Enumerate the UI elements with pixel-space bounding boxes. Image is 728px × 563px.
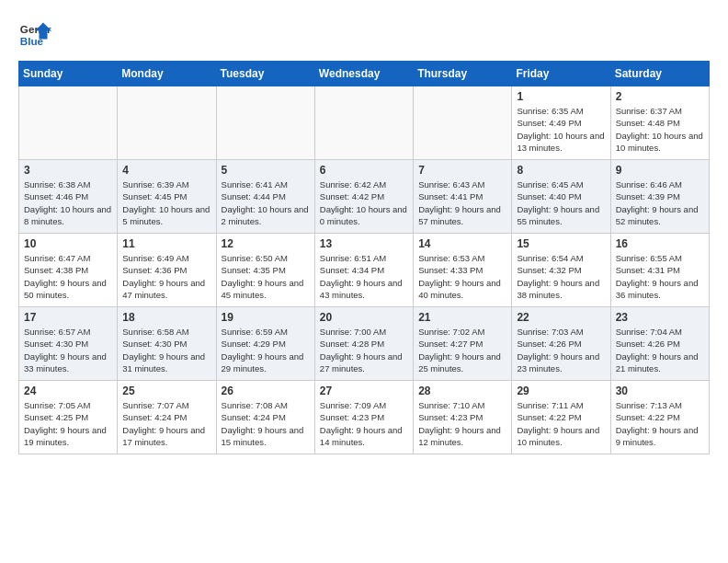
day-number: 30 (616, 385, 704, 397)
day-number: 10 (24, 237, 112, 250)
day-number: 29 (517, 385, 605, 397)
day-number: 14 (418, 237, 506, 250)
calendar-cell: 12Sunrise: 6:50 AM Sunset: 4:35 PM Dayli… (216, 234, 314, 307)
calendar-cell: 8Sunrise: 6:45 AM Sunset: 4:40 PM Daylig… (512, 160, 610, 234)
calendar-cell: 17Sunrise: 6:57 AM Sunset: 4:30 PM Dayli… (19, 307, 118, 381)
day-info: Sunrise: 6:39 AM Sunset: 4:45 PM Dayligh… (122, 178, 210, 227)
col-header-wednesday: Wednesday (314, 62, 413, 86)
day-info: Sunrise: 7:02 AM Sunset: 4:27 PM Dayligh… (418, 326, 506, 374)
day-number: 19 (222, 311, 310, 324)
calendar-cell: 19Sunrise: 6:59 AM Sunset: 4:29 PM Dayli… (216, 307, 314, 381)
col-header-thursday: Thursday (414, 62, 512, 86)
logo-icon: General Blue (18, 18, 51, 52)
day-info: Sunrise: 7:04 AM Sunset: 4:26 PM Dayligh… (616, 326, 704, 374)
day-number: 9 (616, 164, 704, 177)
calendar-cell: 3Sunrise: 6:38 AM Sunset: 4:46 PM Daylig… (19, 160, 118, 234)
calendar-cell: 21Sunrise: 7:02 AM Sunset: 4:27 PM Dayli… (414, 307, 512, 381)
week-row-3: 10Sunrise: 6:47 AM Sunset: 4:38 PM Dayli… (19, 234, 710, 307)
day-number: 3 (24, 164, 112, 177)
col-header-tuesday: Tuesday (216, 62, 314, 86)
calendar-cell: 27Sunrise: 7:09 AM Sunset: 4:23 PM Dayli… (314, 381, 413, 454)
day-info: Sunrise: 7:03 AM Sunset: 4:26 PM Dayligh… (517, 326, 605, 374)
calendar-cell: 25Sunrise: 7:07 AM Sunset: 4:24 PM Dayli… (118, 381, 216, 454)
calendar-cell: 5Sunrise: 6:41 AM Sunset: 4:44 PM Daylig… (216, 160, 314, 234)
day-number: 23 (616, 311, 704, 324)
day-info: Sunrise: 6:53 AM Sunset: 4:33 PM Dayligh… (418, 252, 506, 301)
calendar-cell: 2Sunrise: 6:37 AM Sunset: 4:48 PM Daylig… (610, 86, 709, 160)
calendar-table: SundayMondayTuesdayWednesdayThursdayFrid… (18, 61, 710, 454)
day-number: 5 (222, 164, 310, 177)
day-info: Sunrise: 6:49 AM Sunset: 4:36 PM Dayligh… (122, 252, 210, 301)
day-info: Sunrise: 6:42 AM Sunset: 4:42 PM Dayligh… (320, 178, 408, 227)
day-number: 15 (517, 237, 605, 250)
day-info: Sunrise: 6:58 AM Sunset: 4:30 PM Dayligh… (122, 326, 210, 374)
col-header-sunday: Sunday (19, 62, 118, 86)
col-header-saturday: Saturday (610, 62, 709, 86)
day-info: Sunrise: 6:51 AM Sunset: 4:34 PM Dayligh… (320, 252, 408, 301)
week-row-4: 17Sunrise: 6:57 AM Sunset: 4:30 PM Dayli… (19, 307, 710, 381)
day-info: Sunrise: 6:35 AM Sunset: 4:49 PM Dayligh… (517, 105, 605, 154)
day-info: Sunrise: 7:00 AM Sunset: 4:28 PM Dayligh… (320, 326, 408, 374)
day-number: 25 (122, 385, 210, 397)
day-info: Sunrise: 6:45 AM Sunset: 4:40 PM Dayligh… (517, 178, 605, 227)
day-number: 12 (222, 237, 310, 250)
day-info: Sunrise: 7:09 AM Sunset: 4:23 PM Dayligh… (320, 399, 408, 448)
day-number: 22 (517, 311, 605, 324)
day-info: Sunrise: 6:55 AM Sunset: 4:31 PM Dayligh… (616, 252, 704, 301)
calendar-cell: 9Sunrise: 6:46 AM Sunset: 4:39 PM Daylig… (610, 160, 709, 234)
day-number: 8 (517, 164, 605, 177)
logo: General Blue (18, 18, 55, 52)
day-info: Sunrise: 6:59 AM Sunset: 4:29 PM Dayligh… (222, 326, 310, 374)
calendar-cell: 13Sunrise: 6:51 AM Sunset: 4:34 PM Dayli… (314, 234, 413, 307)
col-header-friday: Friday (512, 62, 610, 86)
day-number: 4 (122, 164, 210, 177)
calendar-cell (118, 86, 216, 160)
calendar-cell: 23Sunrise: 7:04 AM Sunset: 4:26 PM Dayli… (610, 307, 709, 381)
day-info: Sunrise: 6:43 AM Sunset: 4:41 PM Dayligh… (418, 178, 506, 227)
day-info: Sunrise: 6:41 AM Sunset: 4:44 PM Dayligh… (222, 178, 310, 227)
day-number: 17 (24, 311, 112, 324)
day-info: Sunrise: 6:38 AM Sunset: 4:46 PM Dayligh… (24, 178, 112, 227)
day-info: Sunrise: 6:47 AM Sunset: 4:38 PM Dayligh… (24, 252, 112, 301)
day-number: 28 (418, 385, 506, 397)
day-number: 13 (320, 237, 408, 250)
calendar-cell: 4Sunrise: 6:39 AM Sunset: 4:45 PM Daylig… (118, 160, 216, 234)
calendar-cell: 26Sunrise: 7:08 AM Sunset: 4:24 PM Dayli… (216, 381, 314, 454)
week-row-2: 3Sunrise: 6:38 AM Sunset: 4:46 PM Daylig… (19, 160, 710, 234)
day-info: Sunrise: 7:11 AM Sunset: 4:22 PM Dayligh… (517, 399, 605, 448)
day-number: 21 (418, 311, 506, 324)
calendar-cell (19, 86, 118, 160)
calendar-cell: 14Sunrise: 6:53 AM Sunset: 4:33 PM Dayli… (414, 234, 512, 307)
calendar-cell: 6Sunrise: 6:42 AM Sunset: 4:42 PM Daylig… (314, 160, 413, 234)
header: General Blue (18, 18, 710, 52)
calendar-cell: 11Sunrise: 6:49 AM Sunset: 4:36 PM Dayli… (118, 234, 216, 307)
day-number: 18 (122, 311, 210, 324)
calendar-cell: 18Sunrise: 6:58 AM Sunset: 4:30 PM Dayli… (118, 307, 216, 381)
calendar-cell (314, 86, 413, 160)
week-row-5: 24Sunrise: 7:05 AM Sunset: 4:25 PM Dayli… (19, 381, 710, 454)
day-info: Sunrise: 7:13 AM Sunset: 4:22 PM Dayligh… (616, 399, 704, 448)
calendar-cell: 15Sunrise: 6:54 AM Sunset: 4:32 PM Dayli… (512, 234, 610, 307)
calendar-cell: 24Sunrise: 7:05 AM Sunset: 4:25 PM Dayli… (19, 381, 118, 454)
day-number: 2 (616, 90, 704, 103)
calendar-cell: 10Sunrise: 6:47 AM Sunset: 4:38 PM Dayli… (19, 234, 118, 307)
calendar-cell (216, 86, 314, 160)
day-number: 26 (222, 385, 310, 397)
day-info: Sunrise: 6:57 AM Sunset: 4:30 PM Dayligh… (24, 326, 112, 374)
calendar-cell: 16Sunrise: 6:55 AM Sunset: 4:31 PM Dayli… (610, 234, 709, 307)
day-info: Sunrise: 7:07 AM Sunset: 4:24 PM Dayligh… (122, 399, 210, 448)
calendar-cell: 22Sunrise: 7:03 AM Sunset: 4:26 PM Dayli… (512, 307, 610, 381)
header-row: SundayMondayTuesdayWednesdayThursdayFrid… (19, 62, 710, 86)
day-number: 1 (517, 90, 605, 103)
calendar-cell: 29Sunrise: 7:11 AM Sunset: 4:22 PM Dayli… (512, 381, 610, 454)
calendar-cell: 1Sunrise: 6:35 AM Sunset: 4:49 PM Daylig… (512, 86, 610, 160)
calendar-cell (414, 86, 512, 160)
calendar-cell: 30Sunrise: 7:13 AM Sunset: 4:22 PM Dayli… (610, 381, 709, 454)
day-number: 7 (418, 164, 506, 177)
day-info: Sunrise: 7:10 AM Sunset: 4:23 PM Dayligh… (418, 399, 506, 448)
day-info: Sunrise: 7:08 AM Sunset: 4:24 PM Dayligh… (222, 399, 310, 448)
day-number: 11 (122, 237, 210, 250)
week-row-1: 1Sunrise: 6:35 AM Sunset: 4:49 PM Daylig… (19, 86, 710, 160)
day-number: 16 (616, 237, 704, 250)
col-header-monday: Monday (118, 62, 216, 86)
